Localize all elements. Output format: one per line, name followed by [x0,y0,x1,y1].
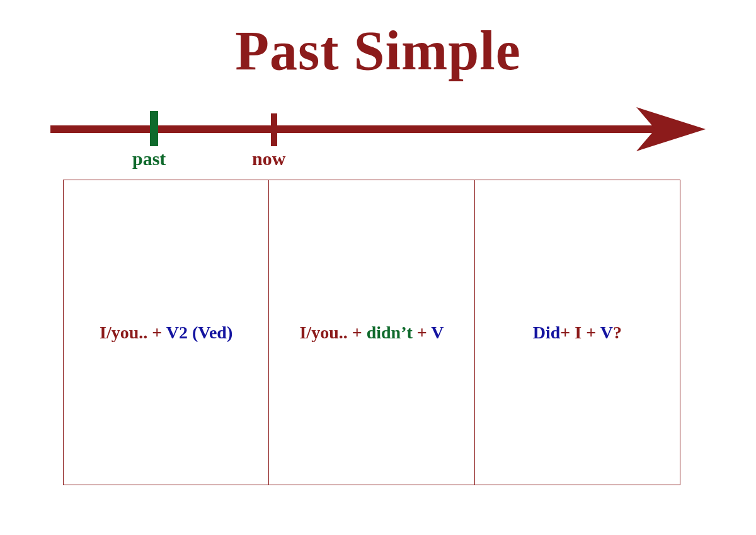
formula-fragment: Did [533,323,561,342]
diagram-title: Past Simple [0,19,756,83]
question-cell: Did+ I + V? [474,180,680,485]
formula-fragment: I/you.. [299,323,352,342]
formula-fragment: + [586,323,600,342]
diagram-canvas: Past Simple past now I/you.. + V2 (Ved) … [0,0,756,535]
timeline-now-label: now [252,148,285,170]
formula-fragment: V2 (Ved) [166,323,233,342]
formula-fragment: V [600,323,613,342]
formula-fragment: + [152,323,166,342]
timeline-past-label: past [132,148,166,170]
formula-fragment: V [431,323,444,342]
svg-rect-3 [271,113,277,146]
formula-fragment: ? [613,323,622,342]
affirmative-cell: I/you.. + V2 (Ved) [64,180,268,485]
grammar-table: I/you.. + V2 (Ved) I/you.. + didn’t + V … [63,180,680,485]
formula-fragment: + [352,323,367,342]
formula-fragment: + I [560,323,586,342]
negative-cell: I/you.. + didn’t + V [268,180,474,485]
svg-rect-2 [150,111,158,146]
formula-fragment: + [417,323,431,342]
formula-fragment: I/you.. [100,323,152,342]
formula-fragment: didn’t [367,323,417,342]
